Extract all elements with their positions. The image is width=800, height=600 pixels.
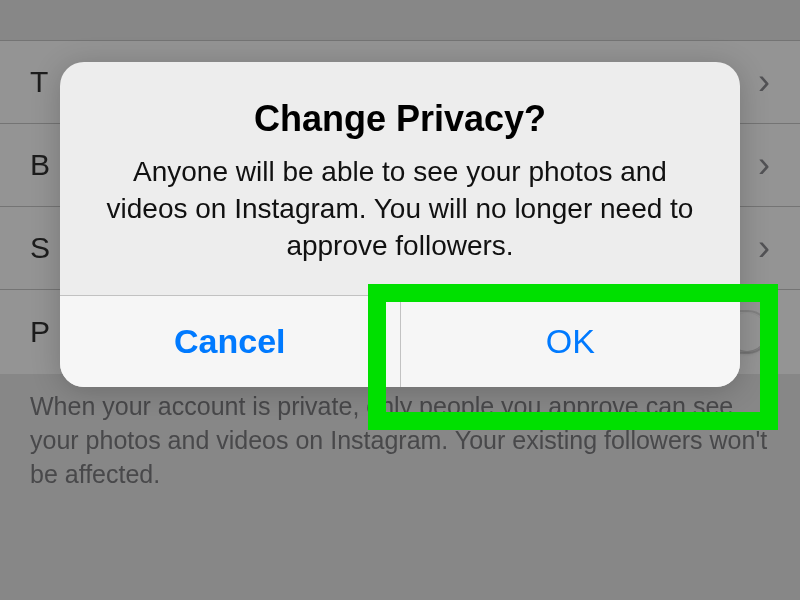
alert-message: Anyone will be able to see your photos a… xyxy=(90,154,710,265)
ok-button[interactable]: OK xyxy=(400,296,741,387)
change-privacy-alert: Change Privacy? Anyone will be able to s… xyxy=(60,62,740,387)
alert-body: Change Privacy? Anyone will be able to s… xyxy=(60,62,740,295)
alert-title: Change Privacy? xyxy=(90,98,710,140)
alert-button-row: Cancel OK xyxy=(60,295,740,387)
settings-screen: T › B › S › P When your account is priva… xyxy=(0,0,800,600)
cancel-button[interactable]: Cancel xyxy=(60,296,400,387)
